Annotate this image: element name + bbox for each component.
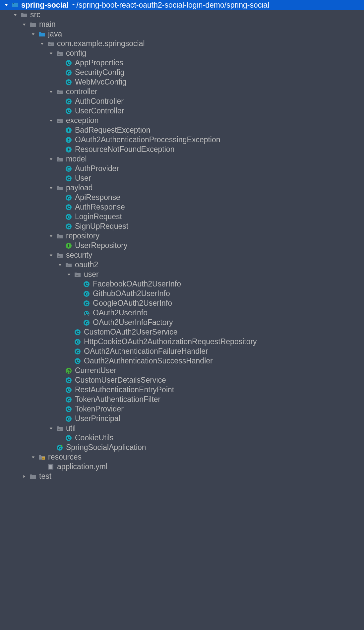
tree-row[interactable]: main xyxy=(0,20,364,29)
expand-arrow-icon[interactable] xyxy=(48,156,54,162)
tree-row[interactable]: ApiResponse xyxy=(0,193,364,202)
tree-row[interactable]: OAuth2AuthenticationProcessingException xyxy=(0,135,364,145)
tree-row[interactable]: user xyxy=(0,270,364,279)
tree-row-label: ResourceNotFoundException xyxy=(75,146,174,153)
class-icon xyxy=(83,290,90,297)
tree-row-label: GithubOAuth2UserInfo xyxy=(93,290,170,297)
tree-row[interactable]: CustomUserDetailsService xyxy=(0,375,364,385)
tree-row[interactable]: UserPrincipal xyxy=(0,414,364,423)
tree-row[interactable]: WebMvcConfig xyxy=(0,77,364,87)
tree-row[interactable]: ResourceNotFoundException xyxy=(0,145,364,154)
exception-icon xyxy=(65,136,72,144)
tree-row[interactable]: TokenProvider xyxy=(0,404,364,414)
tree-row[interactable]: oauth2 xyxy=(0,260,364,270)
package-icon xyxy=(56,425,63,432)
annotation-icon xyxy=(65,367,72,374)
tree-row[interactable]: BadRequestException xyxy=(0,125,364,135)
tree-row[interactable]: User xyxy=(0,173,364,183)
tree-row[interactable]: config xyxy=(0,48,364,58)
tree-row[interactable]: GoogleOAuth2UserInfo xyxy=(0,298,364,308)
tree-row[interactable]: com.example.springsocial xyxy=(0,39,364,48)
tree-row[interactable]: AuthController xyxy=(0,96,364,106)
expand-arrow-icon[interactable] xyxy=(57,262,63,268)
class-icon xyxy=(65,79,72,86)
tree-row-label: payload xyxy=(66,184,93,192)
package-icon xyxy=(56,184,63,192)
expand-arrow-icon[interactable] xyxy=(30,454,36,460)
tree-row[interactable]: test xyxy=(0,472,364,481)
expand-arrow-icon[interactable] xyxy=(48,50,54,56)
tree-row[interactable]: FacebookOAuth2UserInfo xyxy=(0,279,364,289)
tree-row-label: OAuth2UserInfo xyxy=(93,309,148,317)
tree-row-label: OAuth2UserInfoFactory xyxy=(93,319,173,326)
expand-arrow-icon[interactable] xyxy=(48,89,54,95)
tree-row-label: main xyxy=(39,21,56,28)
tree-row[interactable]: CustomOAuth2UserService xyxy=(0,327,364,337)
tree-row[interactable]: SpringSocialApplication xyxy=(0,443,364,452)
project-tree: spring-social~/spring-boot-react-oauth2-… xyxy=(0,0,364,481)
tree-row-label: UserController xyxy=(75,107,124,115)
expand-arrow-icon[interactable] xyxy=(39,41,45,47)
tree-row[interactable]: AuthResponse xyxy=(0,202,364,212)
tree-row[interactable]: payload xyxy=(0,183,364,193)
project-root-row[interactable]: spring-social~/spring-boot-react-oauth2-… xyxy=(0,0,364,10)
tree-row[interactable]: SignUpRequest xyxy=(0,221,364,231)
tree-row[interactable]: TokenAuthenticationFilter xyxy=(0,395,364,404)
expand-arrow-icon[interactable] xyxy=(66,272,72,278)
class-icon xyxy=(74,357,81,365)
class-icon xyxy=(83,300,90,307)
tree-row[interactable]: src xyxy=(0,10,364,20)
class-icon xyxy=(65,434,72,442)
tree-row-label: RestAuthenticationEntryPoint xyxy=(75,386,174,394)
expand-arrow-icon[interactable] xyxy=(48,185,54,191)
tree-row[interactable]: AppProperties xyxy=(0,58,364,68)
expand-arrow-icon[interactable] xyxy=(48,252,54,258)
tree-row[interactable]: HttpCookieOAuth2AuthorizationRequestRepo… xyxy=(0,337,364,346)
tree-row[interactable]: java xyxy=(0,29,364,39)
tree-row[interactable]: security xyxy=(0,250,364,260)
enum-icon xyxy=(65,165,72,172)
tree-row-label: GoogleOAuth2UserInfo xyxy=(93,299,172,307)
tree-row[interactable]: OAuth2UserInfoFactory xyxy=(0,318,364,327)
class-icon xyxy=(65,175,72,182)
tree-row[interactable]: resources xyxy=(0,452,364,462)
tree-row-label: WebMvcConfig xyxy=(75,78,127,86)
tree-row-label: CustomOAuth2UserService xyxy=(84,328,178,336)
class-icon xyxy=(74,329,81,336)
expand-arrow-icon[interactable] xyxy=(21,22,27,28)
tree-row[interactable]: AuthProvider xyxy=(0,164,364,173)
tree-row[interactable]: application.yml xyxy=(0,462,364,472)
tree-row-label: model xyxy=(66,155,87,163)
tree-row[interactable]: GithubOAuth2UserInfo xyxy=(0,289,364,298)
tree-row[interactable]: repository xyxy=(0,231,364,241)
tree-row[interactable]: model xyxy=(0,154,364,164)
tree-row[interactable]: Oauth2AuthenticationSuccessHandler xyxy=(0,356,364,366)
tree-row[interactable]: CurrentUser xyxy=(0,366,364,375)
tree-row[interactable]: SecurityConfig xyxy=(0,68,364,77)
expand-arrow-icon[interactable] xyxy=(48,118,54,124)
expand-arrow-icon[interactable] xyxy=(30,31,36,37)
tree-row[interactable]: UserController xyxy=(0,106,364,116)
expand-arrow-icon[interactable] xyxy=(12,12,18,18)
tree-row-label: CurrentUser xyxy=(75,367,116,374)
tree-row-label: OAuth2AuthenticationFailureHandler xyxy=(84,347,208,355)
expand-arrow-icon[interactable] xyxy=(3,2,9,8)
tree-row[interactable]: LoginRequest xyxy=(0,212,364,221)
tree-row-label: TokenProvider xyxy=(75,405,124,413)
tree-row[interactable]: CookieUtils xyxy=(0,433,364,443)
tree-row[interactable]: exception xyxy=(0,116,364,125)
tree-row[interactable]: UserRepository xyxy=(0,241,364,250)
tree-row[interactable]: OAuth2AuthenticationFailureHandler xyxy=(0,346,364,356)
collapse-arrow-icon[interactable] xyxy=(21,473,27,479)
expand-arrow-icon[interactable] xyxy=(48,233,54,239)
tree-row[interactable]: RestAuthenticationEntryPoint xyxy=(0,385,364,395)
expand-arrow-icon[interactable] xyxy=(48,425,54,431)
tree-row[interactable]: controller xyxy=(0,87,364,96)
tree-row-label: repository xyxy=(66,232,99,240)
tree-row[interactable]: OAuth2UserInfo xyxy=(0,308,364,318)
tree-row[interactable]: util xyxy=(0,423,364,433)
tree-row-label: CookieUtils xyxy=(75,434,113,442)
package-icon xyxy=(56,156,63,163)
tree-row-label: ApiResponse xyxy=(75,194,120,201)
tree-row-label: HttpCookieOAuth2AuthorizationRequestRepo… xyxy=(84,338,257,346)
